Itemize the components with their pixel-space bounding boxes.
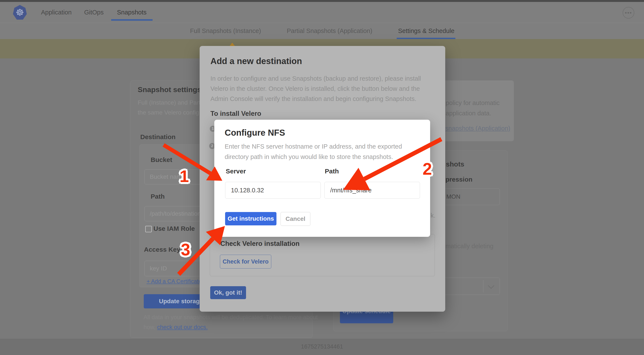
subtab-label: Settings & Schedule xyxy=(398,27,454,34)
nav-tab-label: Snapshots xyxy=(117,9,146,16)
cron-value-fragment: MON xyxy=(446,193,460,200)
modal-body-line3: Admin Console will verify the installati… xyxy=(210,95,416,102)
add-ca-certificate-link[interactable]: + Add a CA Certificate xyxy=(146,278,202,285)
footer-timestamp: 1675275134461 xyxy=(301,343,343,350)
path-label: Path xyxy=(151,193,165,200)
warning-icon xyxy=(230,43,235,46)
nav-tab-application[interactable]: Application xyxy=(41,2,72,23)
annotation-badge-1: 1 xyxy=(180,166,189,186)
nav-tab-label: GitOps xyxy=(84,9,104,16)
check-velero-heading: Check Velero installation xyxy=(220,240,300,248)
modal-body-line1: In order to configure and use Snapshots … xyxy=(210,75,421,82)
subtab-full-snapshots[interactable]: Full Snapshots (Instance) xyxy=(190,23,261,39)
destination-section-title: Destination xyxy=(140,133,176,141)
hidden-text-fragment: k. xyxy=(430,212,436,219)
nfs-desc-line2: directory path in which you would like t… xyxy=(225,153,393,160)
check-for-velero-button[interactable]: Check for Velero xyxy=(220,255,271,269)
dedupe-note-prefix: how, xyxy=(144,324,157,331)
check-velero-section: Check Velero installation Check for Vele… xyxy=(210,234,435,276)
nfs-modal-title: Configure NFS xyxy=(225,128,285,138)
button-label: Check for Velero xyxy=(222,258,268,265)
subtab-partial-snapshots[interactable]: Partial Snapshots (Application) xyxy=(287,23,372,39)
server-input[interactable] xyxy=(225,182,321,199)
snapshots-application-link-fragment[interactable]: snapshots (Application) xyxy=(445,125,510,132)
ellipsis-menu-icon[interactable]: ••• xyxy=(623,7,634,18)
card-desc-line2: the same Velero config xyxy=(138,109,199,116)
nfs-desc-line1: Enter the NFS server hostname or IP addr… xyxy=(225,143,402,150)
subtab-label: Full Snapshots (Instance) xyxy=(190,27,261,34)
use-iam-role-label: Use IAM Role xyxy=(154,225,195,232)
modal-body-line2: Velero in the cluster. Once Velero is in… xyxy=(210,85,420,92)
ok-got-it-button[interactable]: Ok, got it! xyxy=(210,286,246,299)
kubernetes-helm-glyph: ☸ xyxy=(16,7,24,18)
button-label: Get instructions xyxy=(228,215,274,222)
dropdown-divider xyxy=(483,280,484,293)
dedupe-note-line2: how, check out our docs. xyxy=(144,324,208,331)
schedule-heading-fragment: shots xyxy=(446,160,464,168)
step-number: 1 xyxy=(212,127,214,131)
bucket-label: Bucket xyxy=(151,156,172,163)
step-number: 2 xyxy=(211,144,213,148)
modal-title: Add a new destination xyxy=(210,56,302,66)
window-top-edge xyxy=(0,0,644,2)
server-label: Server xyxy=(226,168,246,175)
button-label: Cancel xyxy=(286,215,306,222)
infobox-text-fragment-1: policy for automatic xyxy=(446,99,500,106)
nav-tab-gitops[interactable]: GitOps xyxy=(84,2,104,23)
active-nav-underline xyxy=(111,19,152,21)
get-instructions-button[interactable]: Get instructions xyxy=(225,212,276,225)
app-window: ☸ Application GitOps Snapshots ••• Full … xyxy=(0,0,644,355)
ellipsis-glyph: ••• xyxy=(625,9,632,16)
configure-nfs-modal: Configure NFS Enter the NFS server hostn… xyxy=(214,120,430,237)
infobox-text-fragment-2: application data. xyxy=(446,110,491,117)
cron-expression-label-fragment: pression xyxy=(446,176,472,183)
subtab-settings-schedule[interactable]: Settings & Schedule xyxy=(398,23,454,39)
nfs-path-input[interactable] xyxy=(324,182,420,199)
nav-tab-label: Application xyxy=(41,9,72,16)
subtab-label: Partial Snapshots (Application) xyxy=(287,27,372,34)
chevron-down-icon xyxy=(488,283,494,289)
docs-link[interactable]: check out our docs. xyxy=(157,324,208,331)
install-velero-heading: To install Velero xyxy=(210,110,261,118)
button-label: Ok, got it! xyxy=(214,289,242,296)
dedupe-note-line1: All data in your snapshots will be dedup… xyxy=(144,314,318,321)
nfs-path-label: Path xyxy=(325,168,339,175)
use-iam-role-checkbox[interactable] xyxy=(145,226,152,232)
cancel-button[interactable]: Cancel xyxy=(280,212,310,226)
card-title: Snapshot settings xyxy=(138,85,201,94)
card-desc-line1: Full (Instance) and Part xyxy=(138,99,200,106)
annotation-badge-2: 2 xyxy=(422,159,432,179)
annotation-badge-3: 3 xyxy=(181,240,190,260)
retention-text-fragment: matically deleting xyxy=(446,243,493,250)
